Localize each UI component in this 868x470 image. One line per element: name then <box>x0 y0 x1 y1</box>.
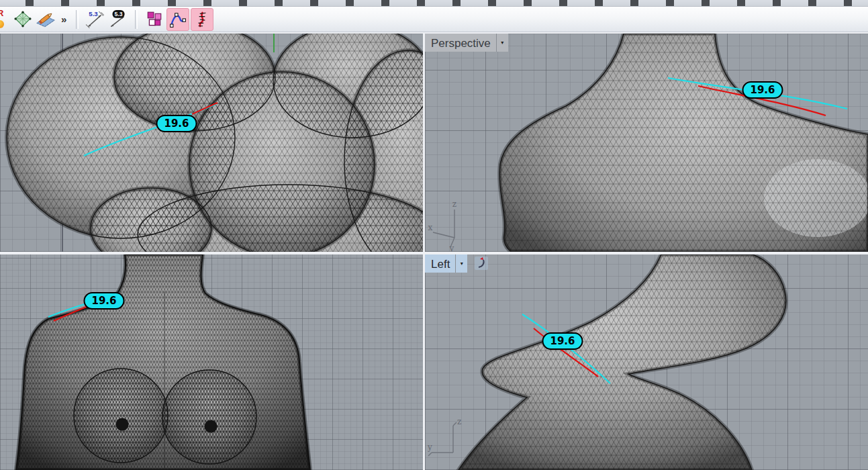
svg-text:5.3: 5.3 <box>89 9 98 17</box>
viewport-title-text: Left <box>425 254 455 273</box>
torso-mesh-back-shaded[interactable] <box>499 34 868 252</box>
nipple-left <box>116 418 129 431</box>
svg-text:5.3: 5.3 <box>115 11 123 17</box>
viewport-menu-chevron-icon[interactable]: ▾ <box>455 254 467 273</box>
torso-mesh-side-shaded[interactable] <box>459 254 786 470</box>
viewport-perspective[interactable]: z x y Perspective ▾ 19.6 <box>425 34 868 252</box>
axis-label-z: z <box>457 417 461 426</box>
world-axis-indicator <box>428 422 456 456</box>
mesh-patch-icon[interactable] <box>12 9 34 30</box>
toolbar-separator <box>76 10 79 29</box>
dimension-label[interactable]: 19.6 <box>742 81 783 99</box>
viewport-front[interactable]: 19.6 <box>0 254 423 470</box>
dimension-leader-icon[interactable]: 5.3 <box>107 9 129 30</box>
nipple-right <box>205 420 218 433</box>
axis-label-x: x <box>428 223 433 232</box>
mesh-canvas-perspective[interactable]: z x y <box>425 34 868 252</box>
curve-control-points-icon[interactable] <box>166 8 189 31</box>
torso-mesh-front-shaded[interactable] <box>16 254 310 470</box>
clipped-left-icon[interactable]: R <box>0 9 10 30</box>
main-toolbar: R » <box>0 7 868 32</box>
application-window: R » <box>0 0 868 470</box>
viewport-left[interactable]: z y Left ▾ 19.6 <box>425 254 868 470</box>
toolbar-overflow-chevron[interactable]: » <box>57 13 70 25</box>
mesh-canvas-left[interactable]: z y <box>425 254 868 470</box>
viewport-top[interactable]: 19.6 <box>0 34 423 252</box>
viewport-title-perspective[interactable]: Perspective ▾ <box>425 34 508 52</box>
curve-analysis-icon[interactable] <box>191 8 213 31</box>
toolbar-separator <box>135 10 138 29</box>
dimension-label[interactable]: 19.6 <box>156 115 197 132</box>
axis-label-y: y <box>449 244 454 252</box>
viewport-menu-chevron-icon[interactable]: ▾ <box>496 34 508 52</box>
clipped-toolbar-row <box>0 0 868 7</box>
dimension-label[interactable]: 19.6 <box>83 292 124 310</box>
mesh-canvas-top[interactable] <box>0 34 423 252</box>
dimension-aligned-icon[interactable]: 5.3 <box>85 9 106 30</box>
viewport-title-text: Perspective <box>425 34 496 52</box>
axis-label-z: z <box>452 199 456 209</box>
torso-mesh-top-shaded[interactable] <box>7 34 423 252</box>
dimension-label[interactable]: 19.6 <box>542 332 583 350</box>
viewport-title-left[interactable]: Left ▾ <box>425 254 467 273</box>
axis-label-y: y <box>427 442 432 452</box>
mesh-faces-icon[interactable] <box>144 9 165 30</box>
rotate-view-cursor-icon <box>475 256 488 270</box>
mesh-canvas-front[interactable] <box>0 254 423 470</box>
world-axis-indicator <box>433 209 454 247</box>
sketch-on-surface-icon[interactable] <box>35 9 56 30</box>
